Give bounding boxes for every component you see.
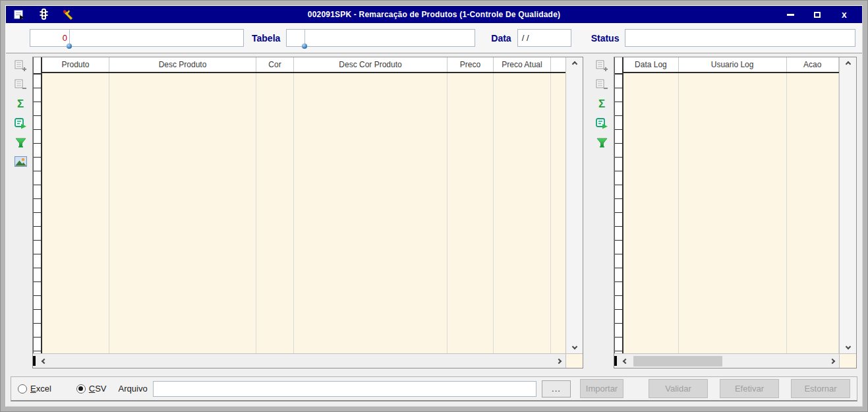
scrollbar-corner xyxy=(565,354,583,368)
remove-record-icon[interactable] xyxy=(594,78,609,92)
radio-excel-circle[interactable] xyxy=(18,384,27,394)
column-header-preco-atual[interactable]: Preco Atual xyxy=(494,57,551,72)
arquivo-input[interactable] xyxy=(153,381,536,397)
lookup-ball-icon xyxy=(67,44,72,49)
column-cor xyxy=(256,73,294,353)
tabela-label: Tabela xyxy=(252,33,280,44)
filter-icon[interactable] xyxy=(13,136,28,149)
column-acao xyxy=(787,73,839,353)
status-label: Status xyxy=(591,33,620,44)
log-grid-body[interactable] xyxy=(623,73,839,353)
arquivo-label: Arquivo xyxy=(119,384,148,394)
minimize-button[interactable] xyxy=(783,8,797,21)
browse-button[interactable]: ... xyxy=(542,380,571,397)
sum-icon[interactable]: Σ xyxy=(594,98,609,111)
remove-record-icon[interactable] xyxy=(13,78,28,92)
scroll-track[interactable] xyxy=(632,354,826,368)
export-grid-icon[interactable] xyxy=(594,117,609,130)
form-bar: 0 Tabela Data / / Status xyxy=(6,23,862,53)
column-preco-atual xyxy=(494,73,551,353)
export-grid-icon[interactable] xyxy=(13,117,28,130)
row-indicator-column xyxy=(614,57,623,353)
scrollbar-corner xyxy=(839,354,856,368)
radio-csv-circle[interactable] xyxy=(76,384,86,394)
column-header-filler xyxy=(551,57,565,72)
log-horizontal-scrollbar[interactable] xyxy=(614,353,856,368)
column-header-usuario-log[interactable]: Usuario Log xyxy=(679,57,787,72)
scroll-right-icon[interactable] xyxy=(826,359,839,363)
radio-excel[interactable]: Excel xyxy=(18,384,51,394)
products-grid-body[interactable] xyxy=(42,73,565,353)
validar-button[interactable]: Validar xyxy=(649,379,708,398)
column-header-desc-cor-produto[interactable]: Desc Cor Produto xyxy=(294,57,448,72)
column-desc-cor-produto xyxy=(294,73,448,353)
radio-csv[interactable]: CSV xyxy=(76,384,107,394)
log-grid-toolbar: Σ xyxy=(590,57,614,368)
main-area: Σ xyxy=(6,53,862,375)
scroll-track[interactable] xyxy=(51,354,552,368)
products-grid-toolbar: Σ xyxy=(9,57,32,368)
app-window: 002091SPK - Remarcação de Produtos (1-Co… xyxy=(5,5,863,407)
remarcacao-code-field[interactable]: 0 xyxy=(30,29,244,47)
column-usuario-log xyxy=(679,73,787,353)
log-grid-header: Data Log Usuario Log Acao xyxy=(623,57,839,73)
products-grid-group: Σ xyxy=(9,57,583,368)
log-grid-group: Σ xyxy=(590,57,857,368)
status-field[interactable] xyxy=(625,29,855,47)
scroll-thumb[interactable] xyxy=(633,356,722,367)
data-label: Data xyxy=(491,33,511,44)
radio-selected-dot xyxy=(78,386,83,391)
scroll-up-icon[interactable] xyxy=(571,61,577,67)
products-horizontal-scrollbar[interactable] xyxy=(33,353,583,368)
scroll-up-icon[interactable] xyxy=(845,61,850,67)
wrench-icon[interactable] xyxy=(60,8,74,21)
column-header-desc-produto[interactable]: Desc Produto xyxy=(109,57,256,72)
tabela-field[interactable] xyxy=(286,29,475,47)
filter-icon[interactable] xyxy=(594,136,609,149)
column-header-data-log[interactable]: Data Log xyxy=(623,57,678,72)
scroll-left-icon[interactable] xyxy=(619,359,632,363)
footer-bar: Excel CSV Arquivo ... Importar Validar E… xyxy=(11,376,857,401)
column-header-produto[interactable]: Produto xyxy=(42,57,109,72)
column-header-preco[interactable]: Preco xyxy=(448,57,494,72)
indicator-mark xyxy=(33,356,36,366)
column-desc-produto xyxy=(109,73,256,353)
traffic-light-icon xyxy=(36,8,51,21)
scroll-right-icon[interactable] xyxy=(552,359,565,363)
products-vertical-scrollbar[interactable] xyxy=(565,57,583,353)
sum-icon[interactable]: Σ xyxy=(13,98,28,111)
scroll-down-icon[interactable] xyxy=(845,344,850,349)
estornar-button[interactable]: Estornar xyxy=(791,379,850,398)
add-record-icon[interactable] xyxy=(594,59,609,73)
column-filler xyxy=(551,73,565,353)
log-vertical-scrollbar[interactable] xyxy=(839,57,856,353)
titlebar: 002091SPK - Remarcação de Produtos (1-Co… xyxy=(6,6,862,23)
column-produto xyxy=(42,73,109,353)
maximize-button[interactable] xyxy=(810,8,825,21)
row-indicator-column xyxy=(33,57,42,353)
efetivar-button[interactable]: Efetivar xyxy=(720,379,779,398)
column-data-log xyxy=(623,73,678,353)
products-grid-header: Produto Desc Produto Cor Desc Cor Produt… xyxy=(42,57,565,73)
indicator-mark xyxy=(614,356,617,366)
lookup-ball-icon xyxy=(302,44,307,49)
data-value: / / xyxy=(518,33,529,43)
form-export-icon[interactable] xyxy=(13,8,27,21)
close-button[interactable]: x xyxy=(837,8,852,21)
remarcacao-code-value: 0 xyxy=(63,33,67,43)
column-preco xyxy=(448,73,494,353)
products-grid: Produto Desc Produto Cor Desc Cor Produt… xyxy=(32,57,583,368)
radio-excel-label: Excel xyxy=(30,384,51,394)
column-header-acao[interactable]: Acao xyxy=(787,57,839,72)
data-field[interactable]: / / xyxy=(517,29,571,47)
add-record-icon[interactable] xyxy=(13,59,28,73)
radio-csv-label: CSV xyxy=(89,384,107,394)
scroll-down-icon[interactable] xyxy=(571,344,577,349)
scroll-left-icon[interactable] xyxy=(38,359,51,363)
column-header-cor[interactable]: Cor xyxy=(256,57,294,72)
importar-button[interactable]: Importar xyxy=(580,379,623,398)
image-icon[interactable] xyxy=(13,155,28,168)
remarcacao-code-segment[interactable]: 0 xyxy=(30,30,70,46)
log-grid: Data Log Usuario Log Acao xyxy=(614,57,857,368)
tabela-code-segment[interactable] xyxy=(287,30,305,46)
